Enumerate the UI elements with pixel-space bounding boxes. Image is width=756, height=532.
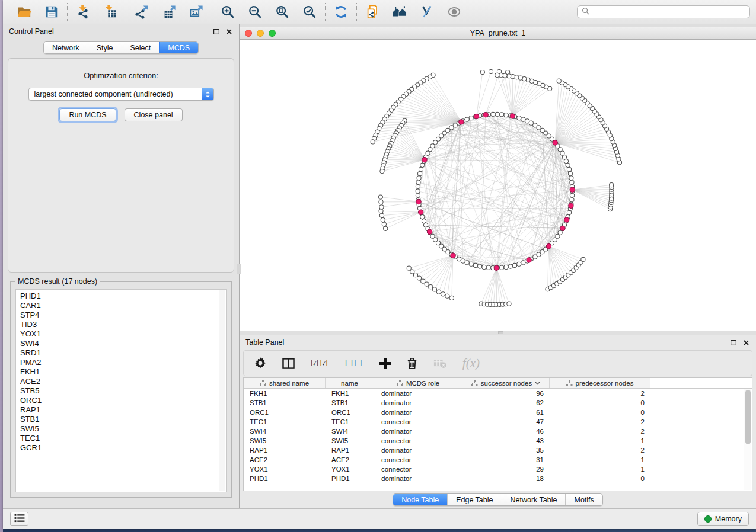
column-menu-chevron-icon[interactable]: [535, 382, 540, 385]
cell-name[interactable]: STB1: [326, 398, 374, 408]
cell-shared-name[interactable]: SWI5: [244, 436, 326, 446]
mcds-result-item[interactable]: SRD1: [20, 348, 226, 358]
cell-predecessor-nodes[interactable]: 0: [550, 398, 650, 408]
import-table-icon[interactable]: [103, 4, 118, 20]
table-scrollbar-thumb[interactable]: [745, 390, 751, 444]
save-session-icon[interactable]: [44, 4, 59, 20]
cell-predecessor-nodes[interactable]: 2: [550, 446, 650, 455]
cell-mcds-role[interactable]: dominator: [374, 474, 462, 483]
search-input[interactable]: [592, 8, 745, 16]
cell-shared-name[interactable]: RAP1: [244, 446, 326, 455]
export-network-icon[interactable]: [134, 4, 149, 20]
zoom-fit-icon[interactable]: [275, 4, 290, 20]
vertical-splitter-handle[interactable]: [237, 264, 241, 274]
column-header-name[interactable]: name: [326, 378, 374, 388]
cell-successor-nodes[interactable]: 43: [462, 436, 550, 446]
cell-successor-nodes[interactable]: 35: [462, 446, 550, 455]
cell-successor-nodes[interactable]: 96: [462, 389, 550, 398]
network-view-canvas[interactable]: [240, 40, 756, 331]
mcds-result-item[interactable]: PHD1: [20, 291, 226, 301]
deselect-all-icon[interactable]: ☐☐: [345, 358, 363, 368]
cell-mcds-role[interactable]: dominator: [374, 427, 462, 436]
cell-mcds-role[interactable]: connector: [374, 436, 462, 446]
tab-network[interactable]: Network: [44, 42, 88, 53]
select-all-icon[interactable]: ☑☑: [311, 358, 329, 368]
mcds-result-item[interactable]: FKH1: [20, 367, 226, 377]
cell-predecessor-nodes[interactable]: 1: [550, 436, 650, 446]
table-row[interactable]: STB1STB1dominator620: [244, 398, 752, 408]
cell-successor-nodes[interactable]: 61: [462, 408, 550, 417]
cell-mcds-role[interactable]: connector: [374, 455, 462, 464]
settings-gear-icon[interactable]: [254, 357, 266, 369]
mcds-result-item[interactable]: TID3: [20, 320, 226, 329]
tab-style[interactable]: Style: [88, 42, 122, 53]
cell-shared-name[interactable]: PHD1: [244, 474, 326, 483]
table-row[interactable]: FKH1FKH1dominator962: [244, 389, 752, 398]
column-header-successor-nodes[interactable]: successor nodes: [462, 378, 550, 388]
column-header-predecessor-nodes[interactable]: predecessor nodes: [550, 378, 650, 388]
cell-shared-name[interactable]: ORC1: [244, 408, 326, 417]
tab-select[interactable]: Select: [122, 42, 160, 53]
mcds-result-item[interactable]: RAP1: [20, 405, 226, 415]
open-session-icon[interactable]: [17, 4, 32, 20]
cell-shared-name[interactable]: STB1: [244, 398, 326, 408]
optimization-criterion-select[interactable]: largest connected component (undirected): [28, 88, 214, 101]
cell-mcds-role[interactable]: connector: [374, 464, 462, 474]
cell-successor-nodes[interactable]: 46: [462, 427, 550, 436]
split-panel-icon[interactable]: [282, 358, 295, 369]
add-column-icon[interactable]: [379, 358, 391, 369]
cell-predecessor-nodes[interactable]: 1: [550, 464, 650, 474]
close-table-panel-icon[interactable]: [742, 339, 750, 347]
float-table-panel-icon[interactable]: [729, 339, 737, 347]
table-row[interactable]: SWI5SWI5connector431: [244, 436, 752, 446]
window-minimize-button[interactable]: [257, 30, 264, 37]
mcds-result-item[interactable]: STB5: [20, 386, 226, 396]
cell-predecessor-nodes[interactable]: 2: [550, 389, 650, 398]
mcds-result-item[interactable]: CAR1: [20, 301, 226, 310]
table-tab-network-table[interactable]: Network Table: [502, 494, 566, 505]
home-icon[interactable]: [392, 4, 407, 20]
table-row[interactable]: PHD1PHD1dominator180: [244, 474, 752, 483]
table-scrollbar[interactable]: [744, 389, 751, 490]
cell-name[interactable]: ACE2: [326, 455, 374, 464]
table-row[interactable]: ORC1ORC1dominator610: [244, 408, 752, 417]
cell-name[interactable]: PHD1: [326, 474, 374, 483]
node-table[interactable]: shared namenameMCDS rolesuccessor nodesp…: [243, 377, 752, 491]
cell-name[interactable]: RAP1: [326, 446, 374, 455]
cell-name[interactable]: TEC1: [326, 417, 374, 427]
import-network-icon[interactable]: [75, 4, 91, 20]
zoom-selected-icon[interactable]: [302, 4, 317, 20]
column-header-shared-name[interactable]: shared name: [244, 378, 326, 388]
column-header-mcds-role[interactable]: MCDS role: [374, 378, 462, 388]
cell-predecessor-nodes[interactable]: 0: [550, 474, 650, 483]
cell-shared-name[interactable]: FKH1: [244, 389, 326, 398]
vizmapper-icon[interactable]: [419, 4, 435, 20]
cell-name[interactable]: SWI4: [326, 427, 374, 436]
mcds-result-item[interactable]: STB1: [20, 415, 226, 424]
cell-successor-nodes[interactable]: 47: [462, 417, 550, 427]
tab-mcds[interactable]: MCDS: [159, 42, 198, 53]
network-window-titlebar[interactable]: YPA_prune.txt_1: [240, 27, 756, 40]
export-image-icon[interactable]: [189, 4, 204, 20]
cell-successor-nodes[interactable]: 29: [462, 464, 550, 474]
close-panel-icon[interactable]: [225, 28, 233, 36]
mcds-result-list[interactable]: PHD1CAR1STP4TID3YOX1SWI4SRD1PMA2FKH1ACE2…: [15, 289, 227, 492]
cell-shared-name[interactable]: YOX1: [244, 464, 326, 474]
float-panel-icon[interactable]: [212, 28, 220, 36]
cell-successor-nodes[interactable]: 31: [462, 455, 550, 464]
delete-column-icon[interactable]: [407, 357, 417, 370]
cell-predecessor-nodes[interactable]: 0: [550, 408, 650, 417]
export-table-icon[interactable]: [161, 4, 177, 20]
mcds-result-item[interactable]: PMA2: [20, 358, 226, 367]
cell-successor-nodes[interactable]: 18: [462, 474, 550, 483]
horizontal-splitter[interactable]: [240, 331, 756, 335]
cell-predecessor-nodes[interactable]: 1: [550, 455, 650, 464]
task-history-button[interactable]: [10, 512, 28, 526]
cell-mcds-role[interactable]: dominator: [374, 389, 462, 398]
cell-mcds-role[interactable]: dominator: [374, 408, 462, 417]
cell-shared-name[interactable]: SWI4: [244, 427, 326, 436]
cell-shared-name[interactable]: ACE2: [244, 455, 326, 464]
show-hide-icon[interactable]: [446, 4, 462, 20]
cell-mcds-role[interactable]: dominator: [374, 398, 462, 408]
cell-mcds-role[interactable]: dominator: [374, 446, 462, 455]
